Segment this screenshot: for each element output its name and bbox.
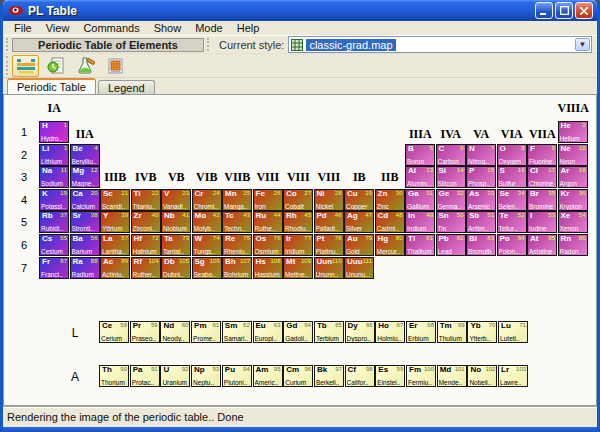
element-cell-po[interactable]: Po84Polon.. xyxy=(497,234,527,256)
element-cell-db[interactable]: Db105Dubni.. xyxy=(161,257,191,279)
element-cell-ni[interactable]: Ni28Nickel xyxy=(314,189,344,211)
element-cell-rf[interactable]: Rf104Ruther.. xyxy=(131,257,161,279)
element-cell-kr[interactable]: Kr36Krypton xyxy=(558,189,588,211)
element-cell-au[interactable]: Au79Gold xyxy=(344,234,374,256)
toolbar-grip-handle[interactable] xyxy=(207,38,210,52)
element-cell-w[interactable]: W74Tungs.. xyxy=(192,234,222,256)
element-cell-md[interactable]: Md101Mende.. xyxy=(437,365,467,387)
element-cell-sr[interactable]: Sr38Stronti.. xyxy=(70,211,100,233)
element-cell-yb[interactable]: Yb70Ytterb.. xyxy=(467,321,497,343)
element-cell-mg[interactable]: Mg12Magne.. xyxy=(70,166,100,188)
menu-item-file[interactable]: File xyxy=(7,21,39,35)
element-cell-ho[interactable]: Ho67Holmiu.. xyxy=(375,321,405,343)
element-cell-hf[interactable]: Hf72Hafnium xyxy=(131,234,161,256)
element-cell-y[interactable]: Y39Yttrium xyxy=(100,211,130,233)
title-bar[interactable]: PL Table xyxy=(3,0,597,21)
tab-periodic-table[interactable]: Periodic Table xyxy=(7,78,96,94)
element-cell-ti[interactable]: Ti22Titaniu.. xyxy=(131,189,161,211)
menu-item-mode[interactable]: Mode xyxy=(188,21,230,35)
element-cell-lr[interactable]: Lr103Lawre.. xyxy=(498,365,528,387)
element-cell-ge[interactable]: Ge32Germa.. xyxy=(436,189,466,211)
element-cell-ca[interactable]: Ca20Calcium xyxy=(70,189,100,211)
element-cell-h[interactable]: H1Hydro.. xyxy=(39,121,69,143)
element-cell-k[interactable]: K19Potassi.. xyxy=(39,189,69,211)
element-cell-fe[interactable]: Fe26Iron xyxy=(253,189,283,211)
show-periodic-table-button[interactable] xyxy=(12,55,39,77)
element-cell-si[interactable]: Si14Silicon xyxy=(436,166,466,188)
element-cell-nd[interactable]: Nd60Neody.. xyxy=(160,321,190,343)
element-cell-cf[interactable]: Cf98Califor.. xyxy=(345,365,375,387)
element-cell-pd[interactable]: Pd46Palladi.. xyxy=(314,211,344,233)
element-cell-rn[interactable]: Rn86Radon xyxy=(558,234,588,256)
element-cell-uun[interactable]: Uun110Ununn.. xyxy=(314,257,344,279)
element-cell-b[interactable]: B5Boron xyxy=(405,144,435,166)
menu-item-commands[interactable]: Commands xyxy=(76,21,146,35)
element-cell-cd[interactable]: Cd48Cadmi.. xyxy=(375,211,405,233)
element-cell-er[interactable]: Er68Erbium xyxy=(406,321,436,343)
toolbar-grip-handle[interactable] xyxy=(6,38,9,52)
element-cell-pb[interactable]: Pb82Lead xyxy=(436,234,466,256)
element-cell-nb[interactable]: Nb41Niobium xyxy=(161,211,191,233)
element-cell-fm[interactable]: Fm100Fermiu.. xyxy=(406,365,436,387)
element-cell-br[interactable]: Br35Bromine xyxy=(527,189,557,211)
element-cell-sc[interactable]: Sc21Scandi.. xyxy=(100,189,130,211)
element-cell-hs[interactable]: Hs108Hassium xyxy=(253,257,283,279)
element-cell-at[interactable]: At85Astatine xyxy=(527,234,557,256)
element-cell-fr[interactable]: Fr87Franci.. xyxy=(39,257,69,279)
element-cell-se[interactable]: Se34Selen.. xyxy=(497,189,527,211)
element-cell-v[interactable]: V23Vanadi.. xyxy=(161,189,191,211)
element-cell-bh[interactable]: Bh107Bohrium xyxy=(222,257,252,279)
element-cell-cr[interactable]: Cr24Chromi.. xyxy=(192,189,222,211)
element-cell-pm[interactable]: Pm61Prome.. xyxy=(191,321,221,343)
element-cell-la[interactable]: La57Lantha.. xyxy=(100,234,130,256)
element-cell-cu[interactable]: Cu29Copper xyxy=(344,189,374,211)
element-cell-ar[interactable]: Ar18Argon xyxy=(558,166,588,188)
element-cell-in[interactable]: In49Indium xyxy=(405,211,435,233)
element-cell-pa[interactable]: Pa91Protac.. xyxy=(130,365,160,387)
element-cell-bk[interactable]: Bk97Berkeli.. xyxy=(314,365,344,387)
style-combobox[interactable]: classic-grad.map ▼ xyxy=(288,36,592,53)
element-cell-cl[interactable]: Cl17Chlorine xyxy=(527,166,557,188)
element-cell-te[interactable]: Te52Tellur.. xyxy=(497,211,527,233)
element-cell-al[interactable]: Al13Alumin.. xyxy=(405,166,435,188)
element-cell-cs[interactable]: Cs55Cesium xyxy=(39,234,69,256)
element-cell-tm[interactable]: Tm69Thulium xyxy=(437,321,467,343)
element-cell-uuu[interactable]: Uuu111Ununu.. xyxy=(344,257,374,279)
element-cell-co[interactable]: Co27Cobalt xyxy=(283,189,313,211)
element-cell-sg[interactable]: Sg106Seabo.. xyxy=(192,257,222,279)
element-cell-zn[interactable]: Zn30Zinc xyxy=(375,189,405,211)
element-cell-am[interactable]: Am95Americ.. xyxy=(253,365,283,387)
element-cell-sb[interactable]: Sb51Antim.. xyxy=(466,211,496,233)
element-cell-ta[interactable]: Ta73Tantal.. xyxy=(161,234,191,256)
element-cell-sm[interactable]: Sm62Samari.. xyxy=(222,321,252,343)
element-cell-bi[interactable]: Bi83Bismuth xyxy=(466,234,496,256)
element-cell-ce[interactable]: Ce58Cerium xyxy=(99,321,129,343)
element-cell-pt[interactable]: Pt78Platinu.. xyxy=(314,234,344,256)
element-cell-dy[interactable]: Dy66Dyspro.. xyxy=(345,321,375,343)
element-cell-mn[interactable]: Mn25Manga.. xyxy=(222,189,252,211)
combobox-dropdown-arrow[interactable]: ▼ xyxy=(575,38,590,51)
element-cell-rh[interactable]: Rh45Rhodiu.. xyxy=(283,211,313,233)
element-cell-na[interactable]: Na11Sodium xyxy=(39,166,69,188)
maximize-button[interactable] xyxy=(555,2,573,19)
close-button[interactable] xyxy=(575,2,593,19)
element-cell-hg[interactable]: Hg80Mercur.. xyxy=(375,234,405,256)
element-cell-ra[interactable]: Ra88Radium xyxy=(70,257,100,279)
element-cell-u[interactable]: U92Uranium xyxy=(160,365,190,387)
element-cell-lu[interactable]: Lu71Luteti.. xyxy=(498,321,528,343)
element-cell-ru[interactable]: Ru44Ruthe.. xyxy=(253,211,283,233)
element-cell-mt[interactable]: Mt109Meitne.. xyxy=(283,257,313,279)
element-cell-eu[interactable]: Eu63Europi.. xyxy=(253,321,283,343)
element-cell-sn[interactable]: Sn50Tin xyxy=(436,211,466,233)
element-cell-li[interactable]: Li3Lithium xyxy=(39,144,69,166)
element-cell-he[interactable]: He2Helium xyxy=(558,121,588,143)
menu-item-help[interactable]: Help xyxy=(230,21,267,35)
element-cell-np[interactable]: Np93Neptu.. xyxy=(191,365,221,387)
element-cell-cm[interactable]: Cm96Curium xyxy=(283,365,313,387)
element-cell-s[interactable]: S16Sulfur xyxy=(497,166,527,188)
element-cell-os[interactable]: Os76Osmium xyxy=(253,234,283,256)
element-cell-es[interactable]: Es99Einstei.. xyxy=(375,365,405,387)
element-cell-zr[interactable]: Zr40Zirconi.. xyxy=(131,211,161,233)
element-cell-tl[interactable]: Tl81Thallium xyxy=(405,234,435,256)
element-cell-n[interactable]: N7Nitrog.. xyxy=(466,144,496,166)
